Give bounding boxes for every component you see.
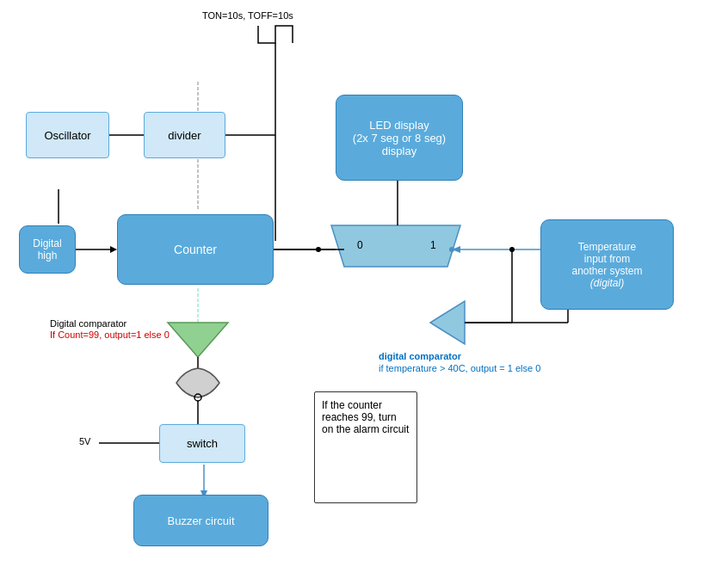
svg-point-13 bbox=[194, 394, 201, 401]
if-temp-label: if temperature > 40C, output = 1 else 0 bbox=[379, 363, 540, 373]
note-box: If the counter reaches 99, turn on the a… bbox=[314, 391, 417, 503]
led-display-block: LED display(2x 7 seg or 8 seg)display bbox=[336, 95, 463, 181]
svg-marker-25 bbox=[430, 301, 465, 344]
ton-toff-label: TON=10s, TOFF=10s bbox=[202, 10, 293, 21]
svg-point-9 bbox=[316, 247, 321, 252]
svg-marker-6 bbox=[110, 246, 117, 253]
digital-comparator2-label: digital comparator bbox=[379, 351, 461, 361]
5v-label: 5V bbox=[79, 436, 90, 446]
if-count-label: If Count=99, output=1 else 0 bbox=[50, 329, 170, 340]
mux-1-label: 1 bbox=[430, 239, 436, 251]
svg-point-28 bbox=[509, 247, 515, 252]
diagram: TON=10s, TOFF=10s Oscillator divider LED… bbox=[0, 0, 728, 585]
oscillator-block: Oscillator bbox=[26, 112, 109, 158]
temperature-label: Temperatureinput fromanother system(digi… bbox=[571, 241, 642, 289]
divider-block: divider bbox=[144, 112, 225, 158]
svg-marker-11 bbox=[168, 323, 228, 357]
svg-point-24 bbox=[449, 247, 454, 252]
svg-marker-19 bbox=[331, 225, 460, 267]
svg-marker-23 bbox=[452, 246, 460, 253]
counter-block: Counter bbox=[117, 214, 274, 285]
note-label: If the counter reaches 99, turn on the a… bbox=[322, 399, 410, 435]
digital-high-block: Digitalhigh bbox=[19, 225, 76, 274]
mux-0-label: 0 bbox=[357, 239, 363, 251]
led-display-label: LED display(2x 7 seg or 8 seg)display bbox=[353, 119, 446, 157]
digital-comparator1-label: Digital comparator bbox=[50, 318, 126, 329]
buzzer-block: Buzzer circuit bbox=[133, 495, 268, 546]
digital-high-label: Digitalhigh bbox=[33, 237, 61, 262]
temperature-block: Temperatureinput fromanother system(digi… bbox=[540, 219, 674, 310]
switch-block: switch bbox=[159, 424, 245, 463]
